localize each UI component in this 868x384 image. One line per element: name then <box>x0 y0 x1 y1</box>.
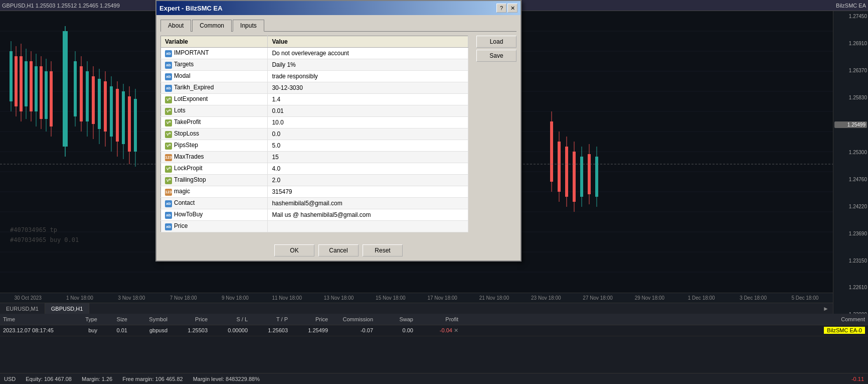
table-row: 123MaxTrades 15 <box>161 152 468 163</box>
table-row: VᴮLockPropit 4.0 <box>161 163 468 175</box>
icon-v: Vᴮ <box>165 143 172 150</box>
icon-v: Vᴮ <box>165 119 172 126</box>
td-variable: VᴮPipsStep <box>161 140 268 152</box>
cancel-button[interactable]: Cancel <box>318 244 359 257</box>
td-variable: abModal <box>161 71 268 82</box>
icon-ab: ab <box>165 212 172 219</box>
modal-dialog: Expert - BilzSMC EA ? ✕ About Common Inp… <box>155 0 522 262</box>
td-value[interactable]: 10.0 <box>268 117 468 129</box>
modal-help-btn[interactable]: ? <box>496 4 506 13</box>
td-value[interactable]: 1.4 <box>268 94 468 105</box>
table-row: VᴮStopLoss 0.0 <box>161 129 468 140</box>
td-variable: abHowToBuy <box>161 209 268 221</box>
td-value[interactable]: Do not overleverage account <box>268 48 468 59</box>
td-variable: VᴮLockPropit <box>161 163 268 175</box>
tab-inputs[interactable]: Inputs <box>233 20 264 32</box>
icon-ab: ab <box>165 223 172 230</box>
table-row: VᴮTrailingStop 2.0 <box>161 175 468 186</box>
table-row: VᴮTakeProfit 10.0 <box>161 117 468 129</box>
load-button[interactable]: Load <box>476 36 516 48</box>
icon-ab: ab <box>165 50 172 57</box>
table-row: 123magic 315479 <box>161 186 468 198</box>
modal-close-btn[interactable]: ✕ <box>507 4 517 13</box>
td-value[interactable]: hashemibilal5@gmail.com <box>268 198 468 209</box>
icon-n: 123 <box>165 154 172 161</box>
td-variable: abTarikh_Expired <box>161 82 268 94</box>
table-row: abIMPORTANT Do not overleverage account <box>161 48 468 59</box>
td-value[interactable]: 315479 <box>268 186 468 198</box>
icon-ab: ab <box>165 62 172 69</box>
td-variable: VᴮTakeProfit <box>161 117 268 129</box>
table-row: VᴮLotExponent 1.4 <box>161 94 468 105</box>
table-row: abModal trade responsibly <box>161 71 468 82</box>
modal-overlay: Expert - BilzSMC EA ? ✕ About Common Inp… <box>0 0 868 384</box>
icon-v: Vᴮ <box>165 96 172 103</box>
modal-body: About Common Inputs Variable Value <box>156 15 520 236</box>
td-variable: abTargets <box>161 59 268 71</box>
icon-n: 123 <box>165 189 172 196</box>
td-value[interactable]: 2.0 <box>268 175 468 186</box>
reset-button[interactable]: Reset <box>363 244 403 257</box>
icon-ab: ab <box>165 73 172 80</box>
table-row: abTarikh_Expired 30-12-3030 <box>161 82 468 94</box>
table-row: VᴮLots 0.01 <box>161 105 468 117</box>
td-value[interactable]: Daily 1% <box>268 59 468 71</box>
td-value[interactable]: Mail us @ hashemibilal5@gmail.com <box>268 209 468 221</box>
table-container: Variable Value abIMPORTANT Do not overle… <box>160 36 468 232</box>
icon-v: Vᴮ <box>165 108 172 115</box>
td-value[interactable] <box>268 221 468 232</box>
td-value[interactable]: 15 <box>268 152 468 163</box>
table-row: abHowToBuy Mail us @ hashemibilal5@gmail… <box>161 209 468 221</box>
ok-button[interactable]: OK <box>274 244 314 257</box>
modal-footer: OK Cancel Reset <box>156 236 520 261</box>
td-value[interactable]: 4.0 <box>268 163 468 175</box>
modal-title: Expert - BilzSMC EA <box>159 5 223 12</box>
th-value: Value <box>268 36 468 48</box>
icon-v: Vᴮ <box>165 177 172 184</box>
td-variable: VᴮLots <box>161 105 268 117</box>
td-variable: abIMPORTANT <box>161 48 268 59</box>
td-value[interactable]: 30-12-3030 <box>268 82 468 94</box>
table-row: abTargets Daily 1% <box>161 59 468 71</box>
icon-v: Vᴮ <box>165 166 172 173</box>
side-buttons: Load Save <box>476 36 516 232</box>
td-value[interactable]: 5.0 <box>268 140 468 152</box>
td-variable: abPrice <box>161 221 268 232</box>
td-value[interactable]: trade responsibly <box>268 71 468 82</box>
td-variable: 123magic <box>161 186 268 198</box>
tab-about[interactable]: About <box>160 20 191 32</box>
modal-content: Variable Value abIMPORTANT Do not overle… <box>160 36 516 232</box>
save-button[interactable]: Save <box>476 50 516 62</box>
th-variable: Variable <box>161 36 268 48</box>
modal-titlebar: Expert - BilzSMC EA ? ✕ <box>156 1 520 15</box>
table-row: VᴮPipsStep 5.0 <box>161 140 468 152</box>
table-row: abContact hashemibilal5@gmail.com <box>161 198 468 209</box>
td-variable: abContact <box>161 198 268 209</box>
icon-ab: ab <box>165 85 172 92</box>
table-row: abPrice <box>161 221 468 232</box>
td-variable: VᴮTrailingStop <box>161 175 268 186</box>
icon-v: Vᴮ <box>165 131 172 138</box>
icon-ab: ab <box>165 200 172 207</box>
param-table: Variable Value abIMPORTANT Do not overle… <box>160 36 468 232</box>
td-value[interactable]: 0.01 <box>268 105 468 117</box>
tab-bar: About Common Inputs <box>160 19 516 32</box>
modal-controls: ? ✕ <box>496 4 517 13</box>
table-header-row: Variable Value <box>161 36 468 48</box>
tab-common[interactable]: Common <box>192 20 232 32</box>
td-value[interactable]: 0.0 <box>268 129 468 140</box>
bottom-buttons: OK Cancel Reset <box>160 244 516 257</box>
td-variable: 123MaxTrades <box>161 152 268 163</box>
td-variable: VᴮLotExponent <box>161 94 268 105</box>
td-variable: VᴮStopLoss <box>161 129 268 140</box>
